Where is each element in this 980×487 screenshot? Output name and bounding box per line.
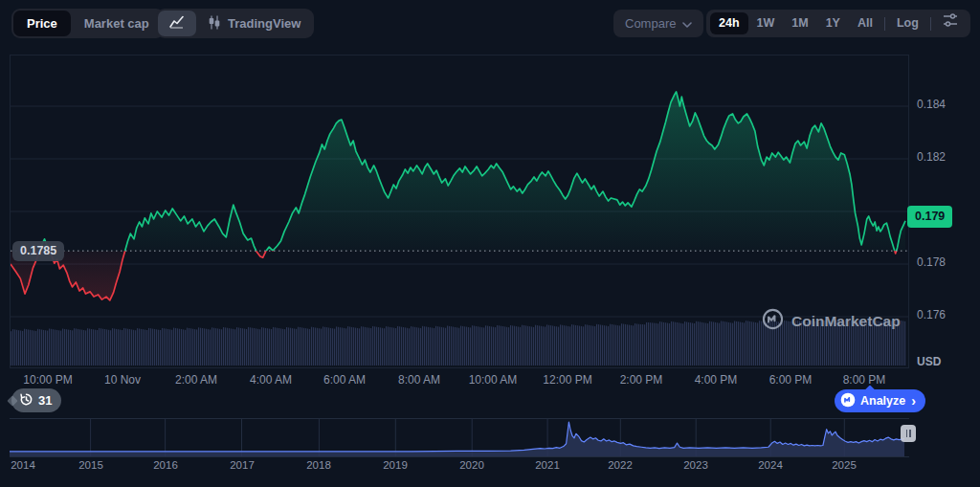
range-button-1y[interactable]: 1Y	[817, 12, 849, 34]
time-range-selector: 24h1W1M1YAll Log	[706, 10, 970, 37]
range-button-all[interactable]: All	[849, 12, 881, 34]
compare-dropdown[interactable]: Compare	[613, 10, 703, 37]
line-chart-icon	[169, 15, 185, 33]
candlestick-icon	[208, 15, 221, 33]
year-tick-label: 2017	[204, 459, 280, 471]
price-tick-label: 0.178	[917, 255, 946, 269]
log-scale-button[interactable]: Log	[888, 12, 927, 34]
year-tick-label: 2022	[582, 459, 658, 471]
sliders-icon	[943, 12, 958, 34]
chart-type-toggle: TradingView	[156, 9, 314, 38]
tradingview-toggle-button[interactable]: TradingView	[196, 15, 312, 33]
compare-label: Compare	[625, 16, 676, 31]
navigator-drag-handle[interactable]	[901, 425, 916, 442]
divider	[930, 17, 931, 31]
time-tick-label: 8:00 PM	[816, 373, 912, 387]
year-tick-label: 2021	[509, 459, 586, 471]
range-button-24h[interactable]: 24h	[710, 12, 748, 34]
divider	[884, 17, 885, 31]
price-marketcap-toggle: Price Market cap	[11, 9, 165, 38]
open-price-label: 0.1785	[12, 241, 64, 261]
coinmarketcap-logo-icon	[840, 392, 856, 410]
range-button-1m[interactable]: 1M	[783, 12, 816, 34]
history-count: 31	[38, 393, 52, 408]
line-chart-type-button[interactable]	[158, 11, 196, 36]
range-button-1w[interactable]: 1W	[748, 12, 784, 34]
year-tick-label: 2024	[732, 459, 809, 471]
chevron-right-icon: ›	[911, 393, 916, 409]
range-navigator[interactable]	[10, 418, 909, 457]
year-tick-label: 2019	[357, 459, 434, 471]
history-count-badge[interactable]: 31	[11, 388, 61, 412]
year-tick-label: 2023	[657, 459, 734, 471]
price-tick-label: 0.184	[917, 98, 946, 111]
chart-settings-button[interactable]	[934, 12, 967, 34]
watermark: CoinMarketCap	[762, 308, 901, 334]
analyze-label: Analyze	[860, 394, 905, 408]
range-buttons: 24h1W1M1YAll	[710, 12, 881, 34]
chevron-down-icon	[682, 16, 692, 31]
watermark-text: CoinMarketCap	[791, 313, 901, 330]
price-chart-panel: Price Market cap TradingView Compare 24h…	[0, 0, 980, 487]
year-tick-label: 2018	[280, 459, 357, 471]
price-axis-unit: USD	[917, 355, 941, 368]
current-price-badge: 0.179	[907, 206, 952, 228]
navigator-area-chart	[10, 419, 907, 456]
price-tick-label: 0.182	[917, 150, 946, 164]
analyze-button[interactable]: Analyze ›	[835, 389, 925, 412]
price-tick-label: 0.176	[917, 308, 946, 321]
year-tick-label: 2020	[434, 459, 510, 471]
price-tab[interactable]: Price	[13, 11, 71, 36]
market-cap-tab[interactable]: Market cap	[71, 11, 163, 36]
year-tick-label: 2025	[806, 459, 882, 471]
tradingview-label: TradingView	[228, 16, 301, 31]
history-clock-icon	[19, 392, 33, 410]
year-tick-label: 2016	[127, 459, 204, 471]
year-tick-label: 2015	[53, 459, 129, 471]
coinmarketcap-logo-icon	[762, 308, 784, 334]
